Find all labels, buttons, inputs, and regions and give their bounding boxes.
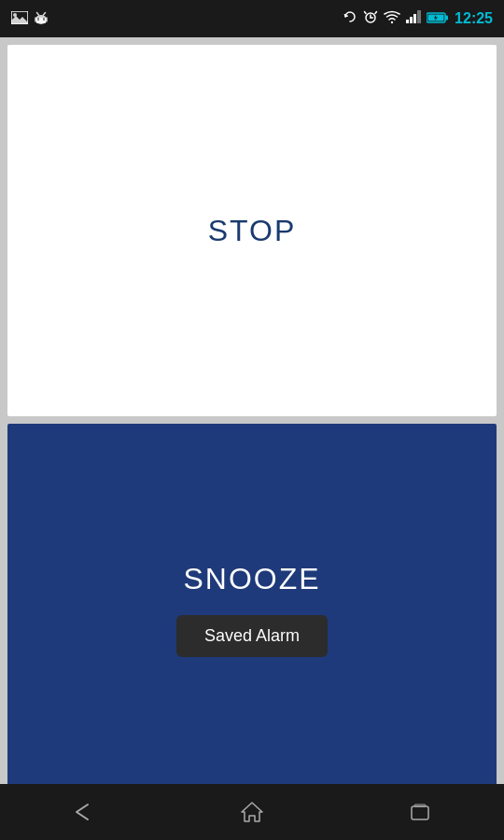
wifi-icon [384, 10, 400, 27]
snooze-label: SNOOZE [183, 562, 320, 596]
svg-line-10 [44, 12, 46, 15]
svg-rect-22 [445, 16, 448, 21]
alarm-icon [363, 9, 378, 28]
svg-rect-24 [412, 806, 428, 819]
svg-line-14 [365, 12, 367, 14]
signal-icon [406, 10, 421, 27]
back-button[interactable] [61, 793, 107, 831]
svg-rect-18 [410, 17, 413, 23]
svg-line-9 [37, 12, 39, 15]
stop-label: STOP [208, 214, 297, 248]
status-time: 12:25 [455, 10, 493, 27]
recents-button[interactable] [397, 793, 443, 831]
android-icon [34, 10, 49, 28]
nav-bar [0, 784, 504, 840]
gallery-icon [11, 11, 28, 27]
svg-line-15 [375, 12, 377, 14]
svg-rect-20 [417, 10, 421, 23]
status-left-icons [11, 10, 49, 28]
svg-rect-19 [413, 14, 416, 23]
svg-marker-1 [11, 16, 28, 24]
battery-icon [427, 10, 449, 27]
status-right-icons: 12:25 [343, 9, 493, 28]
stop-button[interactable]: STOP [7, 45, 497, 416]
svg-point-16 [391, 21, 393, 23]
main-content: STOP SNOOZE Saved Alarm [0, 37, 504, 803]
status-bar: 12:25 [0, 0, 504, 37]
home-button[interactable] [229, 793, 275, 831]
svg-point-2 [13, 13, 17, 17]
svg-rect-17 [406, 20, 409, 23]
saved-alarm-badge: Saved Alarm [176, 615, 328, 657]
rotate-icon [343, 9, 357, 28]
svg-rect-25 [414, 805, 426, 806]
snooze-button[interactable]: SNOOZE Saved Alarm [7, 424, 497, 795]
